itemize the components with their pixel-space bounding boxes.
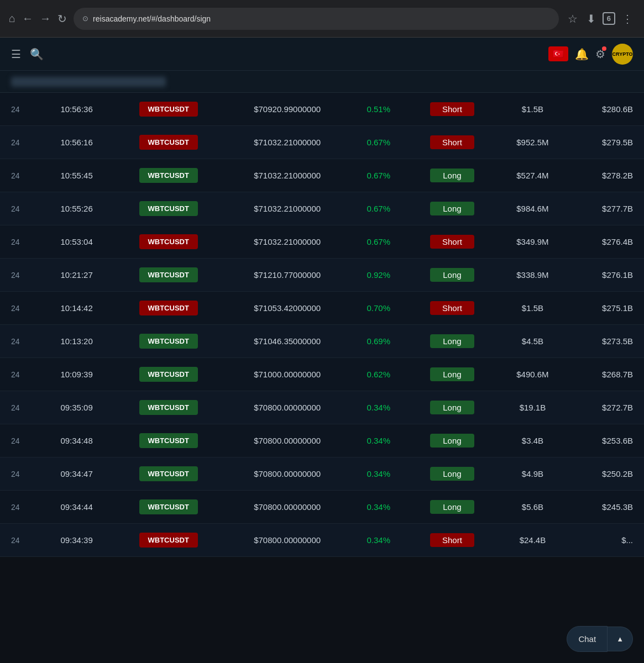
row-price: $70800.00000000 — [225, 424, 350, 457]
refresh-icon[interactable]: ↻ — [57, 12, 67, 25]
hamburger-menu-icon[interactable]: ☰ — [11, 48, 21, 61]
row-price: $70800.00000000 — [225, 524, 350, 557]
row-vol1: $4.5B — [497, 325, 568, 358]
settings-icon[interactable]: ⚙ — [595, 48, 605, 61]
row-date: 24 — [0, 491, 41, 524]
language-flag-button[interactable]: 🇹🇷 — [548, 46, 568, 61]
row-vol1: $349.9M — [497, 225, 568, 259]
row-price: $71053.42000000 — [225, 292, 350, 325]
row-price: $71032.21000000 — [225, 225, 350, 259]
row-price: $71046.35000000 — [225, 325, 350, 358]
row-vol2: $275.1B — [568, 292, 644, 325]
row-date: 24 — [0, 225, 41, 259]
row-vol1: $19.1B — [497, 391, 568, 424]
table-row: 24 10:21:27 WBTCUSDT $71210.77000000 0.9… — [0, 259, 644, 292]
row-time: 10:14:42 — [41, 292, 112, 325]
row-symbol: WBTCUSDT — [112, 159, 225, 192]
download-icon[interactable]: ⬇ — [584, 10, 598, 28]
row-symbol: WBTCUSDT — [112, 524, 225, 557]
header-right: 🇹🇷 🔔 ⚙ CRYPTO — [548, 44, 633, 65]
row-price: $70800.00000000 — [225, 457, 350, 491]
row-vol1: $5.6B — [497, 491, 568, 524]
row-vol2: $280.6B — [568, 93, 644, 126]
chat-widget[interactable]: Chat ▲ — [567, 626, 633, 652]
row-change: 0.67% — [350, 192, 407, 225]
row-direction: Long — [407, 259, 497, 292]
table-row: 24 10:55:45 WBTCUSDT $71032.21000000 0.6… — [0, 159, 644, 192]
row-time: 10:55:45 — [41, 159, 112, 192]
home-icon[interactable]: ⌂ — [9, 12, 15, 25]
row-date: 24 — [0, 292, 41, 325]
row-vol1: $952.5M — [497, 126, 568, 159]
row-time: 09:34:48 — [41, 424, 112, 457]
row-time: 09:34:47 — [41, 457, 112, 491]
row-direction: Long — [407, 358, 497, 391]
row-vol2: $... — [568, 524, 644, 557]
table-row: 24 09:34:44 WBTCUSDT $70800.00000000 0.3… — [0, 491, 644, 524]
chat-button[interactable]: Chat — [567, 626, 608, 652]
address-bar[interactable]: ⊙ reisacademy.net/#/dashboard/sign — [74, 8, 559, 30]
avatar[interactable]: CRYPTO — [612, 44, 633, 65]
row-date: 24 — [0, 358, 41, 391]
row-date: 24 — [0, 424, 41, 457]
app-header: ☰ 🔍 🇹🇷 🔔 ⚙ CRYPTO — [0, 38, 644, 71]
chat-collapse-button[interactable]: ▲ — [608, 627, 633, 651]
row-symbol: WBTCUSDT — [112, 424, 225, 457]
row-vol1: $490.6M — [497, 358, 568, 391]
row-time: 09:35:09 — [41, 391, 112, 424]
row-vol1: $4.9B — [497, 457, 568, 491]
row-symbol: WBTCUSDT — [112, 457, 225, 491]
table-row: 24 10:53:04 WBTCUSDT $71032.21000000 0.6… — [0, 225, 644, 259]
row-direction: Short — [407, 225, 497, 259]
bookmark-icon[interactable]: ☆ — [566, 10, 580, 28]
row-vol2: $278.2B — [568, 159, 644, 192]
chat-arrow-icon: ▲ — [616, 635, 624, 643]
row-date: 24 — [0, 93, 41, 126]
row-price: $71210.77000000 — [225, 259, 350, 292]
notification-bell-icon[interactable]: 🔔 — [575, 48, 589, 61]
row-vol2: $250.2B — [568, 457, 644, 491]
row-direction: Long — [407, 192, 497, 225]
row-time: 10:55:26 — [41, 192, 112, 225]
row-time: 10:56:36 — [41, 93, 112, 126]
security-icon: ⊙ — [82, 14, 88, 23]
tab-count[interactable]: 6 — [603, 12, 615, 25]
row-symbol: WBTCUSDT — [112, 225, 225, 259]
row-change: 0.34% — [350, 424, 407, 457]
table-row: 24 10:56:16 WBTCUSDT $71032.21000000 0.6… — [0, 126, 644, 159]
row-change: 0.67% — [350, 225, 407, 259]
more-options-icon[interactable]: ⋮ — [620, 10, 635, 28]
forward-icon[interactable]: → — [40, 12, 51, 25]
row-date: 24 — [0, 391, 41, 424]
row-date: 24 — [0, 325, 41, 358]
row-price: $71032.21000000 — [225, 192, 350, 225]
row-direction: Long — [407, 491, 497, 524]
back-icon[interactable]: ← — [22, 12, 33, 25]
row-time: 10:13:20 — [41, 325, 112, 358]
row-direction: Short — [407, 126, 497, 159]
table-row: 24 09:34:47 WBTCUSDT $70800.00000000 0.3… — [0, 457, 644, 491]
row-symbol: WBTCUSDT — [112, 325, 225, 358]
signals-table: 24 10:56:36 WBTCUSDT $70920.99000000 0.5… — [0, 93, 644, 557]
table-row: 24 09:35:09 WBTCUSDT $70800.00000000 0.3… — [0, 391, 644, 424]
search-icon[interactable]: 🔍 — [30, 48, 44, 61]
row-change: 0.67% — [350, 159, 407, 192]
page-title-bar — [0, 71, 644, 93]
row-vol2: $276.4B — [568, 225, 644, 259]
notification-dot — [602, 46, 606, 51]
row-symbol: WBTCUSDT — [112, 491, 225, 524]
row-change: 0.70% — [350, 292, 407, 325]
row-date: 24 — [0, 524, 41, 557]
row-direction: Long — [407, 325, 497, 358]
table-container: 24 10:56:36 WBTCUSDT $70920.99000000 0.5… — [0, 93, 644, 557]
row-vol2: $272.7B — [568, 391, 644, 424]
row-change: 0.34% — [350, 491, 407, 524]
row-date: 24 — [0, 159, 41, 192]
row-vol1: $984.6M — [497, 192, 568, 225]
row-symbol: WBTCUSDT — [112, 126, 225, 159]
table-row: 24 10:13:20 WBTCUSDT $71046.35000000 0.6… — [0, 325, 644, 358]
row-vol2: $273.5B — [568, 325, 644, 358]
row-price: $71032.21000000 — [225, 126, 350, 159]
row-date: 24 — [0, 259, 41, 292]
table-row: 24 10:14:42 WBTCUSDT $71053.42000000 0.7… — [0, 292, 644, 325]
